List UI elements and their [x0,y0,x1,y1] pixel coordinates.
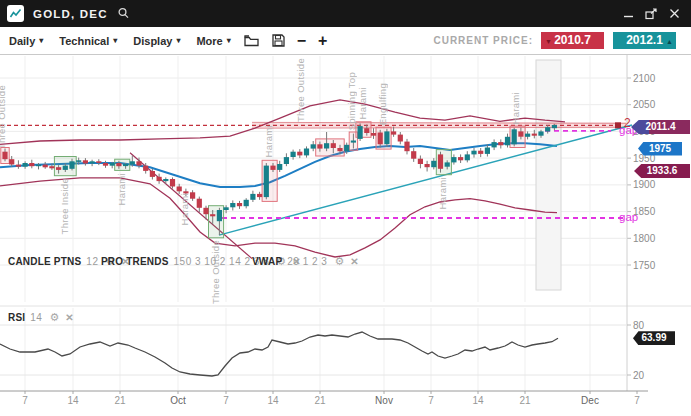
price-tag: 2011.4 [631,120,690,134]
x-tick-label: 7 [22,395,28,406]
gap-label: gap [619,211,638,223]
candle-body [123,164,128,166]
candle-body [76,160,81,162]
x-tick-label: 7 [223,395,229,406]
x-tick-label: 21 [314,395,326,406]
pattern-label: Three Outside [210,240,221,304]
candle-body [29,163,34,166]
candle-body [136,161,141,165]
candle-body [190,192,195,198]
gear-icon[interactable]: ⚙ [334,255,344,268]
trading-app-window: GOLD, DEC Daily▾ Technical▾ Display▾ Mor… [0,0,691,416]
candle-body [351,141,356,143]
pattern-label: Harami [510,92,521,124]
pattern-label: Harami [179,193,190,225]
candle-body [471,151,476,155]
candle-body [197,199,202,208]
remove-indicator-icon[interactable]: ✕ [65,312,73,323]
candle-body [224,207,229,210]
candle-body [157,177,162,181]
y-tick-label: 2100 [633,73,656,84]
candle-body [16,165,21,167]
candle-body [418,159,423,164]
candle-body [451,157,456,162]
candle-body [63,166,68,170]
pattern-label: Engulfing [377,83,388,125]
candle-body [478,151,483,154]
candle-body [277,164,282,170]
y-tick-label: 1900 [633,179,656,190]
candle-body [203,208,208,214]
legend-rsi: RSI 14 ⚙ ✕ [8,311,74,324]
candle-body [545,127,550,131]
pattern-label: Spinning Top [346,72,357,130]
rsi-params: 14 [30,312,42,323]
pattern-label: Harami [263,125,274,157]
candle-body [438,154,443,168]
candle-body [257,194,262,197]
candle-body [324,143,329,148]
vwap-label: VWAP [252,256,282,267]
candle-body [83,160,88,163]
candle-body [317,144,322,148]
candle-body [110,163,115,166]
candle-body [378,133,383,145]
candle-body [458,157,463,160]
candle-body [43,165,48,168]
candle-body [143,166,148,171]
candle-body [498,142,503,145]
remove-indicator-icon[interactable]: ✕ [350,256,358,267]
candle-body [431,161,436,167]
candle-body [264,166,269,198]
candle-body [485,148,490,154]
x-tick-label: 14 [67,395,79,406]
candle-body [538,131,543,135]
candle-body [230,203,235,207]
price-tag: 1975 [638,142,682,156]
x-tick-label: Dec [581,395,599,406]
candle-body [90,161,95,163]
candle-body [170,179,175,187]
rsi-tick-label: 80 [633,320,645,331]
candle-body [364,128,369,133]
candle-body [331,143,336,148]
candle-body [411,151,416,159]
candle-body [445,162,450,166]
rsi-value-tag: 63.99 [633,331,675,345]
y-tick-label: 1750 [633,260,656,271]
candle-body [36,165,41,167]
candle-body [96,161,101,163]
x-tick-label: 21 [114,395,126,406]
candle-body [177,187,182,192]
pattern-label: Three Inside [59,178,70,234]
candle-body [304,149,309,156]
price-tag: 1933.6 [634,164,690,178]
candle-body [69,161,74,169]
candle-body [56,167,61,170]
candle-body [210,214,215,216]
candle-body [512,129,517,144]
gear-icon[interactable]: ⚙ [49,311,59,324]
rsi-line [0,332,558,376]
x-tick-label: 21 [519,395,531,406]
candle-body [9,159,14,164]
candle-body [425,164,430,167]
pro-trends-label: PRO TRENDS [101,256,169,267]
candle-body [297,152,302,156]
candle-body [344,145,349,151]
x-tick-label: Nov [375,395,393,406]
candle-body [291,152,296,157]
y-tick-label: 1800 [633,233,656,244]
candle-body [2,152,7,160]
x-tick-label: Oct [170,395,186,406]
x-tick-label: 14 [267,395,279,406]
candle-body [23,163,28,167]
candle-body [150,171,155,177]
y-tick-label: 2050 [633,99,656,110]
x-tick-label: 7 [428,395,434,406]
candle-body [525,134,530,137]
pattern-label: Harami [357,87,368,119]
main-chart[interactable]: 2100205020001950190018501800175071421Oct… [0,0,691,416]
candle-body [358,126,363,139]
current-bar-highlight [536,60,561,290]
